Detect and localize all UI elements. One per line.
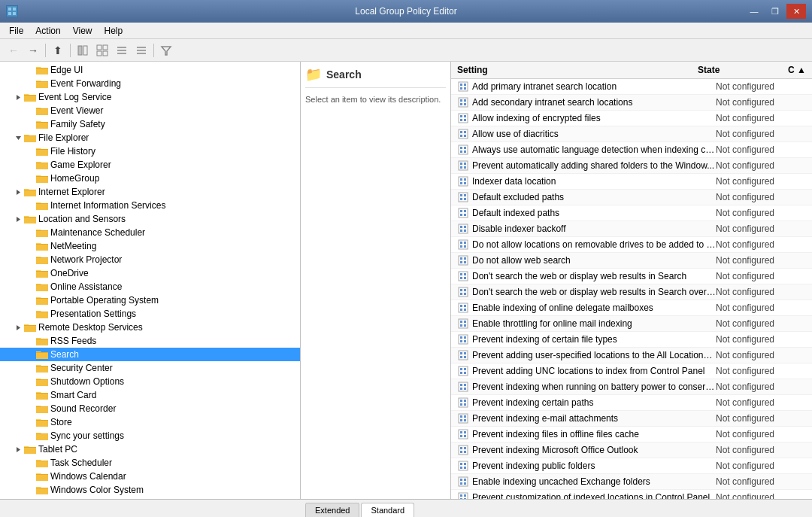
menu-help[interactable]: Help — [98, 24, 129, 38]
setting-state: Not configured — [716, 445, 806, 455]
setting-state: Not configured — [716, 397, 806, 408]
tree-item[interactable]: Internet Explorer — [0, 185, 300, 199]
tree-item[interactable]: Location and Sensors — [0, 212, 300, 226]
tree-item[interactable]: Smart Card — [0, 388, 300, 402]
svg-rect-82 — [464, 257, 466, 260]
menu-action[interactable]: Action — [29, 24, 66, 38]
tree-item[interactable]: Tablet PC — [0, 442, 300, 456]
setting-row[interactable]: Prevent indexing when running on battery… — [451, 379, 812, 395]
setting-row[interactable]: Do not allow locations on removable driv… — [451, 237, 812, 253]
setting-row[interactable]: Prevent automatically adding shared fold… — [451, 158, 812, 174]
tree-item[interactable]: Network Projector — [0, 253, 300, 266]
setting-row[interactable]: Prevent indexing of certain file typesNo… — [451, 332, 812, 348]
tree-item[interactable]: Event Viewer — [0, 104, 300, 117]
setting-name: Enable throttling for online mail indexi… — [472, 318, 716, 329]
filter-button[interactable] — [157, 42, 175, 59]
tree-item[interactable]: RSS Feeds — [0, 334, 300, 348]
tree-item-label: Task Scheduler — [50, 458, 112, 468]
menu-file[interactable]: File — [3, 24, 29, 38]
setting-row[interactable]: Allow indexing of encrypted filesNot con… — [451, 111, 812, 126]
setting-row[interactable]: Allow use of diacriticsNot configured — [451, 126, 812, 142]
setting-name: Add secondary intranet search locations — [472, 97, 716, 108]
show-hide-button[interactable] — [74, 42, 92, 59]
setting-name: Do not allow locations on removable driv… — [472, 239, 716, 250]
tree-expander[interactable] — [12, 213, 24, 225]
tree-item[interactable]: Presentation Settings — [0, 307, 300, 321]
tree-item[interactable]: Maintenance Scheduler — [0, 226, 300, 239]
tree-item[interactable]: Shutdown Options — [0, 375, 300, 388]
setting-row[interactable]: Prevent indexing files in offline files … — [451, 427, 812, 442]
setting-row[interactable]: Always use automatic language detection … — [451, 142, 812, 158]
tree-item[interactable]: Event Log Service — [0, 90, 300, 104]
setting-row[interactable]: Add primary intranet search locationNot … — [451, 79, 812, 95]
back-button[interactable]: ← — [5, 42, 23, 59]
setting-icon — [457, 349, 469, 361]
tree-expander[interactable] — [12, 443, 24, 455]
right-panel: Setting State C ▲ Add primary intranet s… — [451, 62, 812, 499]
tree-expander[interactable] — [12, 186, 24, 198]
tree-expander[interactable] — [12, 132, 24, 144]
tree-expander — [24, 78, 36, 90]
setting-row[interactable]: Do not allow web searchNot configured — [451, 253, 812, 269]
setting-row[interactable]: Prevent indexing Microsoft Office Outloo… — [451, 442, 812, 458]
setting-row[interactable]: Indexer data locationNot configured — [451, 174, 812, 190]
view-button-1[interactable] — [93, 42, 111, 59]
setting-row[interactable]: Disable indexer backoffNot configured — [451, 221, 812, 237]
tree-item[interactable]: NetMeeting — [0, 239, 300, 253]
tree-item[interactable]: Windows Calendar — [0, 470, 300, 483]
tree-item[interactable]: OneDrive — [0, 266, 300, 280]
setting-row[interactable]: Default indexed pathsNot configured — [451, 205, 812, 221]
tree-expander[interactable] — [12, 321, 24, 333]
tree-item[interactable]: File Explorer — [0, 131, 300, 144]
tree-item[interactable]: Task Scheduler — [0, 456, 300, 470]
tree-item[interactable]: Sound Recorder — [0, 402, 300, 415]
setting-row[interactable]: Enable indexing uncached Exchange folder… — [451, 474, 812, 490]
tree-item[interactable]: Family Safety — [0, 117, 300, 131]
setting-row[interactable]: Prevent indexing public foldersNot confi… — [451, 458, 812, 474]
tree-item[interactable]: Portable Operating System — [0, 293, 300, 307]
setting-row[interactable]: Prevent adding UNC locations to index fr… — [451, 363, 812, 379]
setting-row[interactable]: Prevent indexing e-mail attachmentsNot c… — [451, 411, 812, 427]
setting-row[interactable]: Prevent indexing certain pathsNot config… — [451, 395, 812, 411]
tab-standard[interactable]: Standard — [361, 503, 414, 517]
tree-item[interactable]: Search — [0, 348, 300, 361]
tree-item[interactable]: Online Assistance — [0, 280, 300, 293]
tab-extended[interactable]: Extended — [305, 503, 359, 517]
tree-item[interactable]: HomeGroup — [0, 172, 300, 185]
tree-expander[interactable] — [12, 91, 24, 103]
svg-rect-91 — [460, 289, 462, 291]
setting-row[interactable]: Enable indexing of online delegate mailb… — [451, 300, 812, 316]
svg-rect-86 — [460, 273, 462, 275]
tree-expander — [24, 227, 36, 239]
setting-row[interactable]: Don't search the web or display web resu… — [451, 269, 812, 284]
tree-item[interactable]: Sync your settings — [0, 429, 300, 442]
tree-item[interactable]: Edge UI — [0, 63, 300, 77]
tree-item[interactable]: Game Explorer — [0, 158, 300, 172]
tree-item[interactable]: Store — [0, 415, 300, 429]
svg-rect-56 — [460, 178, 462, 181]
view-button-3[interactable] — [132, 42, 150, 59]
menu-view[interactable]: View — [67, 24, 98, 38]
forward-button[interactable]: → — [24, 42, 42, 59]
tree-item-label: Network Projector — [50, 254, 122, 265]
maximize-button[interactable]: ❐ — [765, 4, 785, 19]
tree-item[interactable]: Remote Desktop Services — [0, 321, 300, 334]
setting-name: Indexer data location — [472, 176, 716, 187]
folder-icon — [24, 132, 36, 144]
tree-item[interactable]: Windows Color System — [0, 483, 300, 497]
tree-item[interactable]: Event Forwarding — [0, 77, 300, 90]
setting-row[interactable]: Add secondary intranet search locationsN… — [451, 95, 812, 111]
tree-item[interactable]: Internet Information Services — [0, 199, 300, 212]
tree-item[interactable]: Security Center — [0, 361, 300, 375]
up-button[interactable]: ⬆ — [49, 42, 67, 59]
view-button-2[interactable] — [113, 42, 131, 59]
setting-row[interactable]: Default excluded pathsNot configured — [451, 190, 812, 205]
setting-row[interactable]: Don't search the web or display web resu… — [451, 284, 812, 300]
tree-item[interactable]: File History — [0, 144, 300, 158]
setting-row[interactable]: Enable throttling for online mail indexi… — [451, 316, 812, 332]
minimize-button[interactable]: — — [744, 4, 764, 19]
close-button[interactable]: ✕ — [786, 4, 806, 19]
setting-row[interactable]: Prevent adding user-specified locations … — [451, 348, 812, 363]
tree-expander — [24, 254, 36, 266]
setting-row[interactable]: Prevent customization of indexed locatio… — [451, 490, 812, 499]
